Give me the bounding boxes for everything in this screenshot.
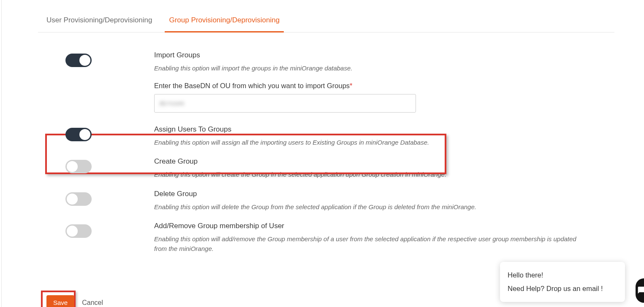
tabs: User Provisioning/Deprovisioning Group P… [38, 12, 614, 32]
cancel-button[interactable]: Cancel [82, 299, 103, 307]
tab-group-provisioning[interactable]: Group Provisioning/Deprovisioning [169, 12, 280, 32]
toggle-delete-group[interactable] [65, 192, 92, 206]
help-popup: Hello there! Need Help? Drop us an email… [500, 262, 625, 302]
basedn-label-text: Enter the BaseDN of OU from which you wa… [154, 82, 350, 89]
left-divider [1, 0, 2, 307]
toggle-add-remove-membership[interactable] [65, 224, 92, 238]
tab-user-provisioning[interactable]: User Provisioning/Deprovisioning [46, 12, 152, 32]
toggle-assign-users[interactable] [65, 128, 92, 141]
chat-widget[interactable] [636, 278, 644, 303]
delete-group-desc: Enabling this option will delete the Gro… [154, 202, 589, 212]
highlight-assign-users [45, 134, 446, 174]
toggle-import-groups[interactable] [65, 54, 92, 67]
basedn-value: dc=com [160, 100, 185, 107]
required-marker: * [350, 82, 352, 89]
basedn-input[interactable]: dc=com [154, 94, 416, 113]
help-line1: Hello there! [508, 269, 617, 282]
add-remove-title: Add/Remove Group membership of User [154, 222, 589, 230]
actions-row: Save Cancel [46, 295, 103, 307]
import-groups-title: Import Groups [154, 51, 589, 59]
assign-users-title: Assign Users To Groups [154, 125, 589, 134]
chat-icon [637, 286, 644, 294]
basedn-label: Enter the BaseDN of OU from which you wa… [154, 82, 589, 90]
help-line2: Need Help? Drop us an email ! [508, 282, 617, 295]
add-remove-desc: Enabling this option will add/remove the… [154, 234, 589, 253]
delete-group-title: Delete Group [154, 190, 589, 198]
toggle-create-group[interactable] [65, 160, 92, 173]
save-button[interactable]: Save [46, 295, 74, 307]
import-groups-desc: Enabling this option will import the gro… [154, 64, 589, 73]
